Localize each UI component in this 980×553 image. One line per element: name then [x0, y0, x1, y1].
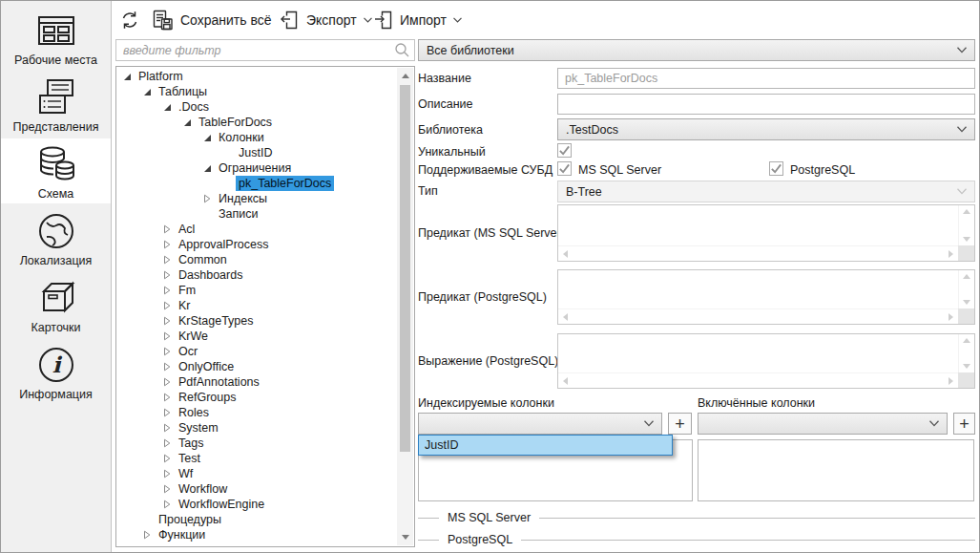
tree-item-label: Индексы [216, 191, 270, 206]
horizontal-scrollbar[interactable] [558, 308, 958, 324]
tree-item-Таблицы[interactable]: Таблицы [117, 84, 396, 99]
expand-arrow-icon[interactable] [163, 454, 176, 463]
expand-arrow-icon[interactable] [163, 286, 176, 295]
vertical-scrollbar[interactable] [958, 334, 974, 372]
library-combo[interactable]: .TestDocs [557, 118, 975, 140]
tree-item-Миграции[interactable]: Миграции [117, 542, 396, 545]
sidebar-item-views[interactable]: Представления [1, 72, 111, 137]
expand-arrow-icon[interactable] [143, 530, 156, 540]
collapse-arrow-icon[interactable] [163, 103, 176, 112]
tree-item-Fm[interactable]: Fm [117, 283, 396, 298]
mssql-checkbox[interactable] [557, 161, 572, 176]
horizontal-scrollbar[interactable] [558, 245, 958, 261]
tree-item-Процедуры[interactable]: Процедуры [117, 512, 396, 527]
tree-item-System[interactable]: System [117, 420, 396, 436]
tree-scrollbar[interactable] [397, 68, 413, 545]
expand-arrow-icon[interactable] [203, 194, 216, 203]
expand-arrow-icon[interactable] [163, 362, 176, 372]
description-input[interactable] [557, 94, 975, 115]
expand-arrow-icon[interactable] [163, 331, 176, 341]
sidebar-item-schema[interactable]: Схема [1, 138, 111, 203]
import-button[interactable]: Импорт [369, 8, 465, 32]
included-columns-list[interactable] [698, 439, 974, 501]
expand-arrow-icon[interactable] [163, 408, 176, 417]
sidebar-item-localization[interactable]: Локализация [1, 205, 111, 270]
views-icon [35, 75, 77, 119]
combo-popup-item-justid[interactable]: JustID [418, 435, 673, 456]
tree-item-JustID[interactable]: JustID [117, 145, 396, 160]
tree-item-Wf[interactable]: Wf [117, 466, 396, 481]
tree-item-Platform[interactable]: Platform [117, 69, 396, 84]
tree-item-ApprovalProcess[interactable]: ApprovalProcess [117, 237, 396, 252]
expand-arrow-icon[interactable] [163, 316, 176, 326]
vertical-scrollbar[interactable] [958, 270, 974, 308]
add-indexed-column-button[interactable]: + [668, 413, 692, 435]
expand-arrow-icon[interactable] [163, 347, 176, 356]
tree-scroll-thumb[interactable] [400, 85, 410, 452]
tree-item-Tags[interactable]: Tags [117, 436, 396, 451]
predicate-pg-textarea[interactable] [557, 269, 975, 325]
tree-item-Ocr[interactable]: Ocr [117, 344, 396, 359]
tree-item-Функции[interactable]: Функции [117, 527, 396, 542]
tree-item-RefGroups[interactable]: RefGroups [117, 390, 396, 405]
tree-item-KrWe[interactable]: KrWe [117, 329, 396, 344]
tree-item-Acl[interactable]: Acl [117, 222, 396, 237]
save-all-button[interactable]: Сохранить всё [149, 8, 275, 32]
tree-item-pk_TableForDocs[interactable]: pk_TableForDocs [117, 176, 396, 191]
scroll-down-icon[interactable] [402, 535, 409, 540]
tree-item-TableForDocs[interactable]: TableForDocs [117, 115, 396, 130]
expand-arrow-icon[interactable] [163, 423, 176, 433]
postgresql-checkbox[interactable] [769, 161, 783, 176]
name-input[interactable]: pk_TableForDocs [557, 68, 975, 89]
tree-item-WorkflowEngine[interactable]: WorkflowEngine [117, 497, 396, 512]
sidebar-item-info[interactable]: iИнформация [1, 339, 111, 404]
add-included-column-button[interactable]: + [953, 413, 975, 435]
tree-item-Записи[interactable]: Записи [117, 206, 396, 222]
tree-item-Workflow[interactable]: Workflow [117, 481, 396, 497]
included-columns-combo[interactable] [698, 413, 948, 435]
expand-arrow-icon[interactable] [163, 255, 176, 265]
tree-item-Колонки[interactable]: Колонки [117, 130, 396, 145]
expand-arrow-icon[interactable] [163, 270, 176, 280]
expand-arrow-icon[interactable] [163, 377, 176, 387]
tree-item-Common[interactable]: Common [117, 252, 396, 267]
collapse-arrow-icon[interactable] [123, 73, 136, 81]
collapse-arrow-icon[interactable] [203, 134, 216, 142]
refresh-button[interactable] [116, 8, 143, 32]
tree-item-Test[interactable]: Test [117, 451, 396, 466]
library-filter-combo[interactable]: Все библиотеки [418, 39, 975, 61]
expand-arrow-icon[interactable] [163, 301, 176, 310]
expand-arrow-icon[interactable] [163, 500, 176, 509]
collapse-arrow-icon[interactable] [143, 88, 156, 96]
tree-item-Dashboards[interactable]: Dashboards [117, 267, 396, 283]
tree-item-OnlyOffice[interactable]: OnlyOffice [117, 359, 396, 374]
tree-item-Roles[interactable]: Roles [117, 405, 396, 420]
collapse-arrow-icon[interactable] [203, 164, 216, 173]
expand-arrow-icon[interactable] [163, 438, 176, 448]
expression-pg-textarea[interactable] [557, 333, 975, 389]
tree-item-.Docs[interactable]: .Docs [117, 99, 396, 115]
tree-item-Ограничения[interactable]: Ограничения [117, 160, 396, 176]
expand-arrow-icon[interactable] [163, 240, 176, 249]
vertical-scrollbar[interactable] [958, 205, 974, 245]
scroll-up-icon[interactable] [402, 74, 409, 78]
export-button[interactable]: Экспорт [276, 8, 375, 32]
expand-arrow-icon[interactable] [163, 393, 176, 402]
tree-item-Kr[interactable]: Kr [117, 298, 396, 313]
expand-arrow-icon[interactable] [163, 469, 176, 479]
expand-arrow-icon[interactable] [163, 484, 176, 494]
collapse-arrow-icon[interactable] [183, 118, 196, 127]
tree-item-KrStageTypes[interactable]: KrStageTypes [117, 313, 396, 329]
expand-arrow-icon[interactable] [163, 224, 176, 234]
tree-item-Индексы[interactable]: Индексы [117, 191, 396, 206]
tree-filter-input[interactable] [115, 39, 415, 61]
predicate-mssql-textarea[interactable] [557, 204, 975, 262]
unique-checkbox[interactable] [557, 143, 572, 158]
sidebar-item-cards[interactable]: Карточки [1, 272, 111, 337]
type-combo[interactable]: B-Tree [557, 181, 975, 202]
sidebar-item-workplaces[interactable]: Рабочие места [1, 5, 111, 70]
indexed-columns-combo[interactable] [418, 413, 662, 435]
horizontal-scrollbar[interactable] [558, 372, 958, 388]
tree-item-PdfAnnotations[interactable]: PdfAnnotations [117, 374, 396, 390]
tree-item-label: Функции [156, 527, 208, 542]
